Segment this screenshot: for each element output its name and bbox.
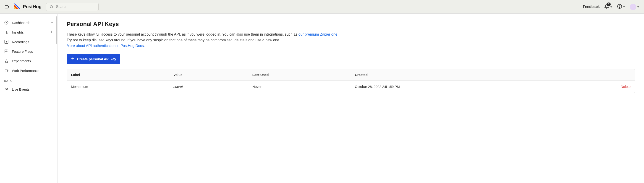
th-actions (572, 69, 635, 80)
live-icon (4, 87, 9, 92)
sidebar-item-live-events[interactable]: Live Events (0, 84, 57, 94)
avatar: I (630, 4, 636, 10)
th-last-used: Last Used (248, 69, 351, 80)
sidebar-item-dashboards[interactable]: Dashboards (0, 18, 57, 28)
sidebar-item-label: Experiments (12, 59, 31, 63)
svg-marker-8 (610, 6, 612, 8)
th-created: Created (351, 69, 572, 80)
sidebar-item-feature-flags[interactable]: Feature Flags (0, 46, 57, 56)
search-input[interactable]: Search... (46, 3, 98, 11)
main-content: Personal API Keys These keys allow full … (58, 14, 644, 183)
brand-name: PostHog (23, 4, 42, 9)
top-right-controls: Feedback 0 I (583, 4, 640, 10)
sidebar-item-label: Web Performance (12, 69, 40, 72)
sidebar-item-label: Recordings (12, 40, 29, 44)
top-bar: PostHog Search... Feedback 0 I (0, 0, 644, 14)
plus-icon (71, 56, 75, 62)
table-row: Momentum secret Never October 28, 2022 2… (67, 80, 635, 93)
plus-icon[interactable] (50, 30, 53, 34)
page-title: Personal API Keys (67, 20, 635, 28)
mug-icon (4, 68, 9, 73)
chevron-down-icon (51, 22, 53, 24)
table-header-row: Label Value Last Used Created (67, 69, 635, 80)
sidebar-item-insights[interactable]: Insights (0, 28, 57, 37)
svg-marker-21 (6, 41, 7, 43)
help-icon (617, 4, 622, 10)
help-button[interactable] (617, 4, 625, 10)
chevron-down-icon (623, 6, 625, 8)
sidebar-section-label: DATA (0, 75, 57, 84)
page-description: These keys allow full access to your per… (67, 32, 635, 48)
cell-created: October 28, 2022 2:51:59 PM (351, 80, 572, 93)
bar-chart-icon (4, 30, 9, 34)
flask-icon (4, 59, 9, 63)
th-label: Label (67, 69, 169, 80)
notifications-button[interactable]: 0 (604, 4, 612, 10)
sidebar: Dashboards Insights Recordings Feature F… (0, 14, 58, 183)
api-keys-table: Label Value Last Used Created Momentum s… (67, 69, 635, 93)
brand-logo[interactable]: PostHog (14, 4, 42, 10)
svg-marker-12 (637, 6, 640, 8)
menu-toggle-button[interactable] (4, 4, 10, 9)
play-box-icon (4, 40, 9, 44)
sidebar-item-recordings[interactable]: Recordings (0, 37, 57, 46)
chevron-down-icon (610, 6, 612, 8)
flag-icon (4, 49, 9, 54)
sidebar-item-label: Live Events (12, 88, 30, 91)
th-value: Value (169, 69, 248, 80)
sidebar-item-web-performance[interactable]: Web Performance (0, 66, 57, 75)
posthog-logo-icon (14, 4, 21, 10)
docs-link[interactable]: More about API authentication in PostHog… (67, 44, 145, 48)
cell-last-used: Never (248, 80, 351, 93)
bell-icon: 0 (604, 4, 609, 10)
svg-marker-11 (623, 6, 625, 8)
svg-point-6 (50, 6, 53, 8)
gauge-icon (4, 20, 9, 25)
sidebar-item-experiments[interactable]: Experiments (0, 56, 57, 66)
delete-button[interactable]: Delete (572, 80, 635, 93)
feedback-link[interactable]: Feedback (583, 5, 600, 9)
svg-marker-14 (51, 22, 53, 23)
search-placeholder: Search... (56, 5, 70, 9)
cell-value: secret (169, 80, 248, 93)
svg-line-7 (52, 8, 53, 8)
chevron-down-icon (637, 6, 640, 8)
svg-point-22 (6, 89, 6, 90)
svg-point-10 (619, 7, 620, 8)
sidebar-item-label: Feature Flags (12, 50, 33, 54)
user-menu-button[interactable]: I (630, 4, 640, 10)
sidebar-item-label: Insights (12, 30, 24, 34)
create-api-key-button[interactable]: Create personal API key (67, 54, 120, 64)
sidebar-item-label: Dashboards (12, 21, 30, 25)
cell-label: Momentum (67, 80, 169, 93)
zapier-link[interactable]: our premium Zapier one (298, 32, 338, 36)
